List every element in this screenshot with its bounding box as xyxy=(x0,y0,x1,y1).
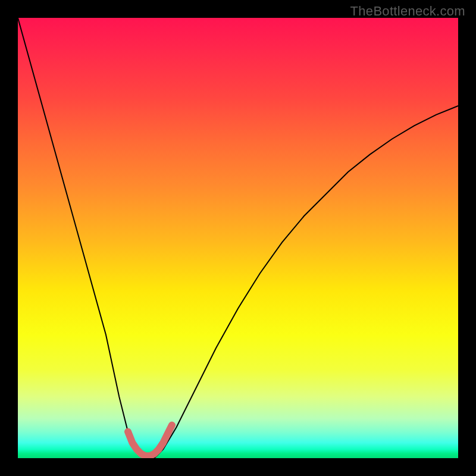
plot-area xyxy=(18,18,458,458)
curve-layer xyxy=(18,18,458,458)
bottleneck-curve-path xyxy=(18,18,458,458)
watermark-text: TheBottleneck.com xyxy=(350,4,465,19)
optimal-zone-path xyxy=(128,425,172,456)
